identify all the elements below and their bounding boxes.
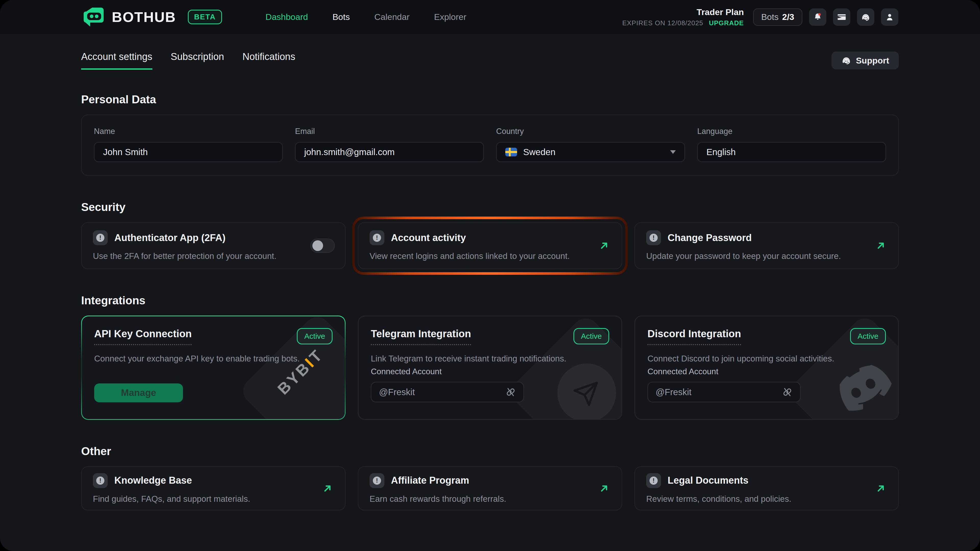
bots-counter[interactable]: Bots 2/3: [753, 8, 802, 26]
nav-calendar[interactable]: Calendar: [374, 12, 410, 22]
account-activity-highlight-wrap: ! Account activity View recent logins an…: [358, 222, 622, 269]
language-label: Language: [697, 127, 886, 136]
bots-counter-label: Bots: [761, 12, 779, 22]
other-grid: ! Knowledge Base Find guides, FAQs, and …: [81, 466, 899, 510]
headset-icon: [861, 12, 870, 22]
support-button[interactable]: Support: [832, 52, 899, 69]
nav-dashboard[interactable]: Dashboard: [266, 12, 308, 22]
2fa-toggle[interactable]: [310, 238, 335, 253]
app-window: BOTHUB BETA Dashboard Bots Calendar Expl…: [0, 0, 980, 551]
connected-account-label: Connected Account: [371, 367, 609, 376]
card-affiliate-program[interactable]: ! Affiliate Program Earn cash rewards th…: [358, 466, 622, 510]
personal-data-card: Name John Smith Email john.smith@gmail.c…: [81, 114, 899, 176]
security-title: Security: [81, 201, 899, 213]
int-head: Discord Integration Active: [648, 328, 886, 345]
card-head: ! Affiliate Program: [369, 473, 584, 488]
main-nav: Dashboard Bots Calendar Explorer: [266, 12, 466, 22]
language-value: English: [706, 147, 736, 157]
card-head: ! Legal Documents: [646, 473, 860, 488]
card-telegram-integration: Telegram Integration Active Link Telegra…: [358, 316, 622, 420]
other-title: Other: [81, 445, 899, 457]
name-input[interactable]: John Smith: [94, 142, 283, 162]
card-description: Find guides, FAQs, and support materials…: [93, 494, 307, 504]
arrow-up-right-icon[interactable]: [321, 483, 333, 494]
country-label: Country: [496, 127, 685, 136]
tab-account-settings[interactable]: Account settings: [81, 51, 152, 70]
profile-button[interactable]: [881, 8, 898, 26]
arrow-up-right-icon[interactable]: [875, 483, 886, 494]
name-value: John Smith: [103, 147, 148, 157]
card-title: Legal Documents: [668, 475, 749, 486]
telegram-account-input[interactable]: @Freskit: [371, 382, 524, 402]
country-field-group: Country Sweden: [496, 127, 685, 162]
card-knowledge-base[interactable]: ! Knowledge Base Find guides, FAQs, and …: [81, 466, 345, 510]
email-value: john.smith@gmail.com: [304, 147, 395, 157]
card-description: Link Telegram to receive instant trading…: [371, 354, 609, 364]
nav-bots[interactable]: Bots: [332, 12, 350, 22]
name-field-group: Name John Smith: [94, 127, 283, 162]
discord-account-input[interactable]: @Freskit: [648, 382, 800, 402]
tabs-row: Account settings Subscription Notificati…: [81, 51, 899, 70]
robot-logo-icon: [81, 5, 105, 29]
notifications-button[interactable]: [809, 8, 826, 26]
card-description: Earn cash rewards through referrals.: [369, 494, 584, 504]
plan-name: Trader Plan: [622, 7, 744, 17]
personal-data-title: Personal Data: [81, 93, 899, 106]
int-head: API Key Connection Active: [94, 328, 332, 345]
card-description: Review terms, conditions, and policies.: [646, 494, 860, 504]
card-change-password[interactable]: ! Change Password Update your password t…: [635, 222, 899, 269]
headset-icon: [841, 56, 851, 65]
card-head: ! Change Password: [646, 230, 860, 245]
card-description: Connect your exchange API key to enable …: [94, 354, 332, 364]
upgrade-link[interactable]: UPGRADE: [709, 19, 744, 27]
plan-expiry: EXPIRES ON 12/08/2025 UPGRADE: [622, 19, 744, 27]
card-description: Update your password to keep your accoun…: [646, 251, 860, 261]
support-headset-button[interactable]: [857, 8, 874, 26]
card-title: Affiliate Program: [391, 475, 469, 486]
email-field[interactable]: john.smith@gmail.com: [295, 142, 484, 162]
email-label: Email: [295, 127, 484, 136]
telegram-account-value: @Freskit: [379, 387, 415, 397]
info-icon: !: [369, 473, 384, 488]
card-title: API Key Connection: [94, 328, 192, 345]
card-legal-documents[interactable]: ! Legal Documents Review terms, conditio…: [635, 466, 899, 510]
country-select[interactable]: Sweden: [496, 142, 685, 162]
bothub-logo[interactable]: BOTHUB BETA: [81, 5, 222, 29]
tab-notifications[interactable]: Notifications: [242, 51, 295, 70]
logo-text: BOTHUB: [112, 9, 176, 25]
settings-tabs: Account settings Subscription Notificati…: [81, 51, 295, 70]
language-select[interactable]: English: [697, 142, 886, 162]
header-right: Trader Plan EXPIRES ON 12/08/2025 UPGRAD…: [622, 7, 898, 27]
card-account-activity[interactable]: ! Account activity View recent logins an…: [358, 222, 622, 269]
card-title: Discord Integration: [648, 328, 741, 345]
card-title: Change Password: [668, 232, 752, 243]
notification-dot: [818, 13, 821, 16]
manage-button[interactable]: Manage: [94, 383, 183, 402]
card-head: ! Authenticator App (2FA): [93, 230, 307, 245]
bots-counter-value: 2/3: [782, 12, 794, 22]
info-icon: !: [646, 473, 661, 488]
support-button-label: Support: [856, 56, 889, 65]
plan-expires-text: EXPIRES ON 12/08/2025: [622, 19, 703, 27]
info-icon: !: [93, 473, 108, 488]
int-head: Telegram Integration Active: [371, 328, 609, 345]
arrow-up-right-icon[interactable]: [875, 240, 886, 251]
wallet-button[interactable]: [833, 8, 850, 26]
plan-info: Trader Plan EXPIRES ON 12/08/2025 UPGRAD…: [622, 7, 744, 27]
card-description: View recent logins and actions linked to…: [369, 251, 584, 261]
beta-badge: BETA: [188, 10, 222, 24]
status-badge: Active: [573, 328, 609, 345]
discord-account-value: @Freskit: [655, 387, 692, 397]
status-badge: Active: [297, 328, 332, 345]
card-title: Knowledge Base: [115, 475, 192, 486]
unlink-icon[interactable]: [506, 387, 516, 397]
card-title: Telegram Integration: [371, 328, 471, 345]
tab-subscription[interactable]: Subscription: [171, 51, 224, 70]
card-discord-integration: Discord Integration Active Connect Disco…: [635, 316, 899, 420]
unlink-icon[interactable]: [782, 387, 792, 397]
arrow-up-right-icon[interactable]: [598, 240, 610, 251]
nav-explorer[interactable]: Explorer: [434, 12, 466, 22]
arrow-up-right-icon[interactable]: [598, 483, 610, 494]
toggle-knob: [312, 240, 323, 251]
card-description: Use the 2FA for better protection of you…: [93, 251, 307, 261]
